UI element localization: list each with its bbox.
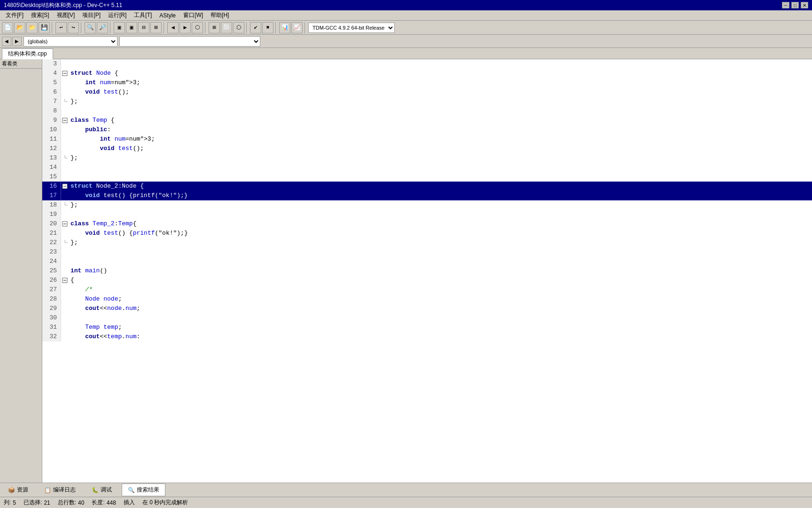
status-bar: 列: 5 已选择: 21 总行数: 40 长度: 448 插入 在 0 秒内完成… — [0, 497, 812, 508]
check-button[interactable]: ✔ — [250, 22, 261, 33]
bottom-tab-1[interactable]: 📋编译日志 — [38, 484, 82, 496]
replace-button[interactable]: 🔎 — [97, 22, 108, 33]
new-button[interactable]: 📄 — [2, 22, 13, 33]
code-line-28[interactable]: 28 Node node; — [42, 294, 812, 304]
chart-button[interactable]: 📊 — [279, 22, 290, 33]
compiler-select[interactable]: TDM-GCC 4.9.2 64-bit Release — [308, 23, 395, 33]
code-line-5[interactable]: 5 int num=num">3; — [42, 78, 812, 87]
search-button[interactable]: 🔍 — [85, 22, 96, 33]
open-button[interactable]: 📂 — [14, 22, 25, 33]
code-line-27[interactable]: 27 /* — [42, 285, 812, 294]
code-line-9[interactable]: 9class Temp { — [42, 116, 812, 125]
code-line-18[interactable]: 18}; — [42, 200, 812, 210]
deindent-button[interactable]: ▣ — [126, 22, 137, 33]
code-line-17[interactable]: 17 void test() {printf("ok!");} — [42, 191, 812, 200]
title-controls[interactable]: ─ □ ✕ — [782, 2, 808, 8]
code-content-11: int num=num">3; — [69, 135, 812, 144]
sidebar-nav-right[interactable]: ▶ — [12, 37, 22, 46]
run-button[interactable]: ▶ — [180, 22, 191, 33]
code-line-14[interactable]: 14 — [42, 163, 812, 172]
menu-item-S[interactable]: 搜索[S] — [27, 10, 53, 20]
code-editor[interactable]: 34struct Node {5 int num=num">3;6 void t… — [42, 59, 812, 483]
bottom-tab-icon-2: 🐛 — [92, 487, 99, 493]
fold-marker-13[interactable] — [61, 153, 69, 163]
menu-item-W[interactable]: 窗口[W] — [180, 10, 207, 20]
menu-item-F[interactable]: 文件[F] — [2, 10, 27, 20]
redo-button[interactable]: ↪ — [68, 22, 79, 33]
code-line-6[interactable]: 6 void test(); — [42, 87, 812, 97]
profile-button[interactable]: 📈 — [291, 22, 303, 33]
debug-button[interactable]: ⬡ — [192, 22, 203, 33]
code-lines: 34struct Node {5 int num=num">3;6 void t… — [42, 59, 812, 341]
indent-button[interactable]: ▣ — [114, 22, 125, 33]
open2-button[interactable]: 📁 — [26, 22, 38, 33]
error-button[interactable]: ✖ — [262, 22, 273, 33]
code-line-23[interactable]: 23 — [42, 247, 812, 257]
code-line-31[interactable]: 31 Temp temp; — [42, 323, 812, 332]
code-line-24[interactable]: 24 — [42, 257, 812, 266]
code-line-19[interactable]: 19 — [42, 210, 812, 219]
code-line-10[interactable]: 10 public: — [42, 125, 812, 135]
line-number-18: 18 — [42, 200, 61, 210]
code-line-8[interactable]: 8 — [42, 106, 812, 116]
fold-marker-7[interactable] — [61, 97, 69, 106]
code-line-30[interactable]: 30 — [42, 313, 812, 323]
fold-marker-18[interactable] — [61, 200, 69, 210]
code-line-7[interactable]: 7}; — [42, 97, 812, 106]
fold-marker-20[interactable] — [61, 219, 69, 229]
code-content-18: }; — [69, 200, 812, 210]
code-line-3[interactable]: 3 — [42, 59, 812, 69]
code-line-25[interactable]: 25int main() — [42, 266, 812, 276]
code-line-13[interactable]: 13}; — [42, 153, 812, 163]
sep8 — [304, 22, 306, 33]
bottom-tab-0[interactable]: 📦资源 — [2, 484, 34, 496]
code-line-12[interactable]: 12 void test(); — [42, 144, 812, 153]
toggle-button[interactable]: ⊟ — [138, 22, 149, 33]
menu-item-P[interactable]: 项目[P] — [78, 10, 104, 20]
fold-marker-22[interactable] — [61, 238, 69, 247]
compile-all-button[interactable]: ⊞ — [209, 22, 220, 33]
save-button[interactable]: 💾 — [39, 22, 50, 33]
sidebar-nav-left[interactable]: ◀ — [2, 37, 11, 46]
code-line-21[interactable]: 21 void test() {printf("ok!");} — [42, 229, 812, 238]
code-line-26[interactable]: 26{ — [42, 276, 812, 285]
menu-item-R[interactable]: 运行[R] — [104, 10, 130, 20]
code-line-11[interactable]: 11 int num=num">3; — [42, 135, 812, 144]
run-all-button[interactable]: ⬜ — [221, 22, 232, 33]
bottom-tab-2[interactable]: 🐛调试 — [86, 484, 118, 496]
menu-item-AStyle[interactable]: AStyle — [156, 11, 180, 20]
code-line-15[interactable]: 15 — [42, 172, 812, 182]
compile-button[interactable]: ◀ — [167, 22, 179, 33]
code-line-22[interactable]: 22}; — [42, 238, 812, 247]
fold-marker-4[interactable] — [61, 69, 69, 78]
row-value: 5 — [13, 500, 16, 506]
tab-main-file[interactable]: 结构体和类.cpp — [2, 48, 53, 59]
code-line-29[interactable]: 29 cout<<node.num; — [42, 304, 812, 313]
menu-item-T[interactable]: 工具[T] — [130, 10, 156, 20]
code-content-23 — [69, 247, 812, 257]
scope-select-right[interactable] — [119, 36, 260, 47]
bookmark-button[interactable]: ⊞ — [150, 22, 162, 33]
fold-marker-9[interactable] — [61, 116, 69, 125]
close-button[interactable]: ✕ — [801, 2, 808, 8]
menu-bar: 文件[F]搜索[S]视图[V]项目[P]运行[R]工具[T]AStyle窗口[W… — [0, 10, 812, 21]
menu-item-V[interactable]: 视图[V] — [53, 10, 79, 20]
code-line-32[interactable]: 32 cout<<temp.num: — [42, 332, 812, 341]
code-line-20[interactable]: 20class Temp_2:Temp{ — [42, 219, 812, 229]
line-number-7: 7 — [42, 97, 61, 106]
bottom-tab-label-2: 调试 — [101, 486, 112, 494]
scope-select-left[interactable]: (globals) — [23, 36, 117, 47]
code-line-16[interactable]: 16struct Node_2:Node { — [42, 182, 812, 191]
bottom-tab-3[interactable]: 🔍搜索结果 — [122, 484, 165, 496]
fold-marker-16[interactable] — [61, 182, 69, 191]
fold-marker-26[interactable] — [61, 276, 69, 285]
line-number-31: 31 — [42, 323, 61, 332]
code-line-4[interactable]: 4struct Node { — [42, 69, 812, 78]
line-number-30: 30 — [42, 313, 61, 323]
maximize-button[interactable]: □ — [791, 2, 799, 8]
minimize-button[interactable]: ─ — [782, 2, 789, 8]
undo-button[interactable]: ↩ — [55, 22, 67, 33]
bottom-tab-icon-0: 📦 — [8, 487, 15, 493]
stop-button[interactable]: ⬡ — [233, 22, 244, 33]
menu-item-H[interactable]: 帮助[H] — [207, 10, 233, 20]
